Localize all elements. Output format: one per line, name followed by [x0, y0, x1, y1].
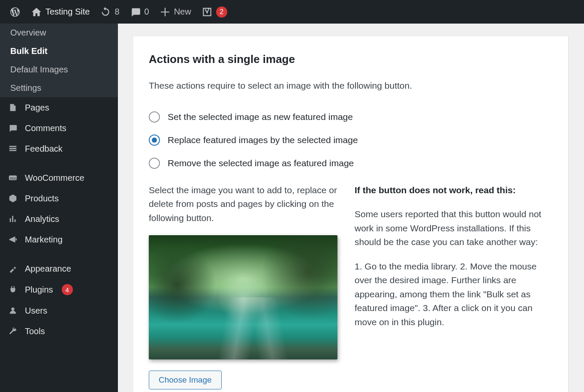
new-link[interactable]: New — [154, 0, 196, 24]
sidebar-item-label: Products — [25, 194, 59, 203]
left-column: Select the image you want to add to, rep… — [149, 183, 337, 390]
sidebar-item-users[interactable]: Users — [0, 300, 118, 321]
plus-icon — [160, 6, 171, 18]
sidebar-item-feedback[interactable]: Feedback — [0, 138, 118, 159]
panel: Actions with a single image These action… — [133, 36, 569, 392]
appearance-icon — [8, 263, 18, 274]
submenu-default-images[interactable]: Default Images — [0, 60, 118, 79]
sidebar-item-label: Marketing — [25, 235, 63, 245]
sidebar-item-pages[interactable]: Pages — [0, 97, 118, 118]
sidebar-item-woocommerce[interactable]: woo WooCommerce — [0, 168, 118, 188]
sidebar-item-label: Pages — [25, 103, 49, 113]
radio-icon — [149, 158, 160, 169]
sidebar-item-analytics[interactable]: Analytics — [0, 209, 118, 229]
comments-count: 0 — [144, 7, 149, 17]
yoast-link[interactable]: 2 — [196, 0, 232, 24]
submenu-settings[interactable]: Settings — [0, 79, 118, 97]
comments-icon — [8, 123, 18, 133]
sidebar-item-plugins[interactable]: Plugins 4 — [0, 279, 118, 300]
sidebar-item-comments[interactable]: Comments — [0, 118, 118, 138]
new-label: New — [174, 7, 191, 17]
wordpress-icon — [9, 6, 21, 18]
updates-count: 8 — [114, 7, 119, 17]
plugins-icon — [8, 284, 18, 295]
content-area: Actions with a single image These action… — [118, 24, 584, 392]
yoast-count-badge: 2 — [216, 6, 227, 18]
radio-option-replace[interactable]: Replace featured images by the selected … — [133, 129, 568, 152]
admin-sidebar: Overview Bulk Edit Default Images Settin… — [0, 24, 118, 392]
sidebar-item-label: Feedback — [25, 144, 63, 154]
submenu-overview[interactable]: Overview — [0, 24, 118, 42]
panel-heading: Actions with a single image — [133, 53, 568, 66]
woocommerce-icon: woo — [8, 173, 18, 183]
users-icon — [8, 305, 18, 316]
radio-option-set[interactable]: Set the selected image as new featured i… — [133, 105, 568, 129]
comment-icon — [130, 6, 141, 18]
radio-icon — [149, 111, 160, 123]
updates-link[interactable]: 8 — [95, 0, 124, 24]
site-link[interactable]: Testing Site — [26, 0, 95, 24]
submenu-bulk-edit[interactable]: Bulk Edit — [0, 42, 118, 60]
sidebar-item-tools[interactable]: Tools — [0, 321, 118, 341]
sidebar-item-label: Users — [25, 306, 47, 316]
sidebar-item-label: WooCommerce — [25, 173, 84, 183]
radio-icon — [149, 135, 160, 146]
site-title: Testing Site — [45, 7, 90, 17]
update-icon — [100, 6, 111, 18]
right-column: If the button does not work, read this: … — [355, 183, 553, 390]
sidebar-item-label: Plugins — [25, 285, 53, 295]
sidebar-item-label: Analytics — [25, 214, 59, 224]
radio-label: Replace featured images by the selected … — [168, 135, 358, 145]
choose-image-button[interactable]: Choose Image — [149, 371, 222, 389]
marketing-icon — [8, 234, 18, 245]
panel-intro: These actions require to select an image… — [133, 79, 568, 93]
select-image-text: Select the image you want to add to, rep… — [149, 183, 337, 225]
comments-link[interactable]: 0 — [125, 0, 154, 24]
image-preview — [149, 235, 337, 359]
sidebar-item-label: Appearance — [25, 264, 71, 274]
help-heading: If the button does not work, read this: — [355, 183, 553, 197]
sidebar-item-label: Comments — [25, 123, 66, 133]
analytics-icon — [8, 214, 18, 224]
products-icon — [8, 193, 18, 203]
radio-label: Remove the selected image as featured im… — [168, 158, 354, 168]
svg-text:woo: woo — [10, 177, 17, 180]
yoast-icon — [202, 6, 213, 18]
sidebar-submenu: Overview Bulk Edit Default Images Settin… — [0, 24, 118, 97]
wp-logo[interactable] — [4, 0, 26, 24]
plugins-count-badge: 4 — [62, 284, 73, 295]
tools-icon — [8, 326, 18, 336]
radio-option-remove[interactable]: Remove the selected image as featured im… — [133, 152, 568, 175]
help-paragraph-2: 1. Go to the media library. 2. Move the … — [355, 260, 553, 329]
feedback-icon — [8, 144, 18, 154]
sidebar-item-marketing[interactable]: Marketing — [0, 229, 118, 250]
sidebar-item-appearance[interactable]: Appearance — [0, 258, 118, 279]
sidebar-item-label: Tools — [25, 326, 45, 336]
home-icon — [31, 6, 42, 18]
help-paragraph-1: Some users reported that this button wou… — [355, 207, 553, 249]
pages-icon — [8, 102, 18, 113]
adminbar: Testing Site 8 0 New 2 — [0, 0, 584, 24]
radio-label: Set the selected image as new featured i… — [168, 112, 353, 122]
sidebar-item-products[interactable]: Products — [0, 188, 118, 209]
